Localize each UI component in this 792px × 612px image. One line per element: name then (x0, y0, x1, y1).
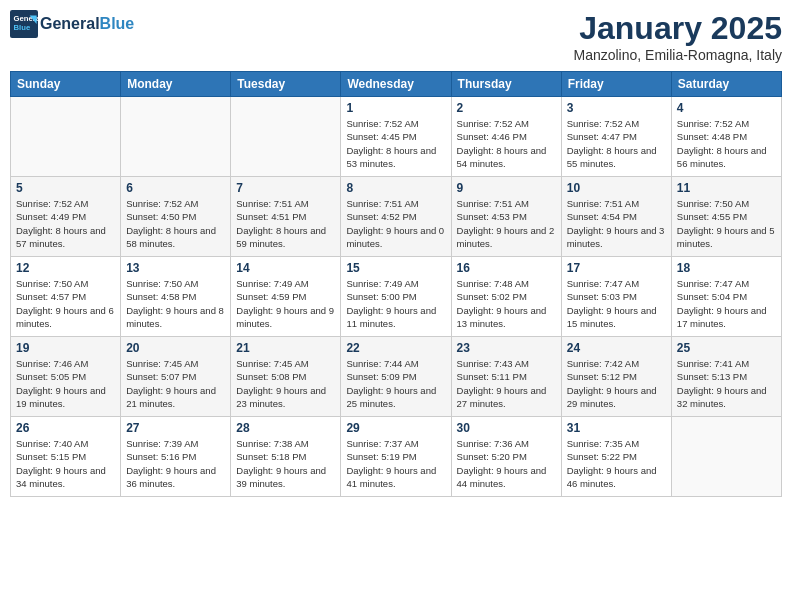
day-info: Sunrise: 7:51 AM Sunset: 4:51 PM Dayligh… (236, 197, 335, 250)
logo-text: GeneralBlue (40, 15, 134, 33)
day-number: 8 (346, 181, 445, 195)
calendar-cell: 15Sunrise: 7:49 AM Sunset: 5:00 PM Dayli… (341, 257, 451, 337)
day-info: Sunrise: 7:52 AM Sunset: 4:50 PM Dayligh… (126, 197, 225, 250)
calendar-cell: 12Sunrise: 7:50 AM Sunset: 4:57 PM Dayli… (11, 257, 121, 337)
day-info: Sunrise: 7:40 AM Sunset: 5:15 PM Dayligh… (16, 437, 115, 490)
day-number: 18 (677, 261, 776, 275)
calendar-cell: 16Sunrise: 7:48 AM Sunset: 5:02 PM Dayli… (451, 257, 561, 337)
day-number: 2 (457, 101, 556, 115)
day-number: 5 (16, 181, 115, 195)
day-number: 17 (567, 261, 666, 275)
day-number: 30 (457, 421, 556, 435)
calendar-cell: 24Sunrise: 7:42 AM Sunset: 5:12 PM Dayli… (561, 337, 671, 417)
calendar-cell: 2Sunrise: 7:52 AM Sunset: 4:46 PM Daylig… (451, 97, 561, 177)
calendar-cell: 22Sunrise: 7:44 AM Sunset: 5:09 PM Dayli… (341, 337, 451, 417)
day-info: Sunrise: 7:47 AM Sunset: 5:04 PM Dayligh… (677, 277, 776, 330)
week-row: 19Sunrise: 7:46 AM Sunset: 5:05 PM Dayli… (11, 337, 782, 417)
calendar-cell: 6Sunrise: 7:52 AM Sunset: 4:50 PM Daylig… (121, 177, 231, 257)
week-row: 5Sunrise: 7:52 AM Sunset: 4:49 PM Daylig… (11, 177, 782, 257)
day-info: Sunrise: 7:35 AM Sunset: 5:22 PM Dayligh… (567, 437, 666, 490)
day-info: Sunrise: 7:37 AM Sunset: 5:19 PM Dayligh… (346, 437, 445, 490)
calendar-cell: 9Sunrise: 7:51 AM Sunset: 4:53 PM Daylig… (451, 177, 561, 257)
day-info: Sunrise: 7:52 AM Sunset: 4:47 PM Dayligh… (567, 117, 666, 170)
calendar-cell: 17Sunrise: 7:47 AM Sunset: 5:03 PM Dayli… (561, 257, 671, 337)
day-info: Sunrise: 7:44 AM Sunset: 5:09 PM Dayligh… (346, 357, 445, 410)
weekday-header: Monday (121, 72, 231, 97)
calendar-cell: 14Sunrise: 7:49 AM Sunset: 4:59 PM Dayli… (231, 257, 341, 337)
day-info: Sunrise: 7:49 AM Sunset: 4:59 PM Dayligh… (236, 277, 335, 330)
day-info: Sunrise: 7:49 AM Sunset: 5:00 PM Dayligh… (346, 277, 445, 330)
day-info: Sunrise: 7:46 AM Sunset: 5:05 PM Dayligh… (16, 357, 115, 410)
calendar-cell: 3Sunrise: 7:52 AM Sunset: 4:47 PM Daylig… (561, 97, 671, 177)
day-info: Sunrise: 7:52 AM Sunset: 4:49 PM Dayligh… (16, 197, 115, 250)
day-info: Sunrise: 7:38 AM Sunset: 5:18 PM Dayligh… (236, 437, 335, 490)
day-info: Sunrise: 7:51 AM Sunset: 4:52 PM Dayligh… (346, 197, 445, 250)
weekday-header: Friday (561, 72, 671, 97)
week-row: 12Sunrise: 7:50 AM Sunset: 4:57 PM Dayli… (11, 257, 782, 337)
weekday-header-row: SundayMondayTuesdayWednesdayThursdayFrid… (11, 72, 782, 97)
day-info: Sunrise: 7:51 AM Sunset: 4:53 PM Dayligh… (457, 197, 556, 250)
day-number: 1 (346, 101, 445, 115)
svg-text:Blue: Blue (14, 23, 31, 32)
calendar-cell: 20Sunrise: 7:45 AM Sunset: 5:07 PM Dayli… (121, 337, 231, 417)
day-info: Sunrise: 7:50 AM Sunset: 4:55 PM Dayligh… (677, 197, 776, 250)
day-info: Sunrise: 7:48 AM Sunset: 5:02 PM Dayligh… (457, 277, 556, 330)
calendar-cell: 7Sunrise: 7:51 AM Sunset: 4:51 PM Daylig… (231, 177, 341, 257)
day-number: 13 (126, 261, 225, 275)
day-info: Sunrise: 7:45 AM Sunset: 5:07 PM Dayligh… (126, 357, 225, 410)
weekday-header: Sunday (11, 72, 121, 97)
day-number: 14 (236, 261, 335, 275)
day-number: 31 (567, 421, 666, 435)
calendar-cell: 23Sunrise: 7:43 AM Sunset: 5:11 PM Dayli… (451, 337, 561, 417)
day-number: 3 (567, 101, 666, 115)
logo-icon: General Blue (10, 10, 38, 38)
calendar-cell (11, 97, 121, 177)
day-info: Sunrise: 7:51 AM Sunset: 4:54 PM Dayligh… (567, 197, 666, 250)
day-info: Sunrise: 7:52 AM Sunset: 4:46 PM Dayligh… (457, 117, 556, 170)
calendar-cell: 8Sunrise: 7:51 AM Sunset: 4:52 PM Daylig… (341, 177, 451, 257)
weekday-header: Thursday (451, 72, 561, 97)
day-number: 23 (457, 341, 556, 355)
day-number: 20 (126, 341, 225, 355)
day-number: 15 (346, 261, 445, 275)
calendar-cell (121, 97, 231, 177)
month-title: January 2025 (573, 10, 782, 47)
day-info: Sunrise: 7:43 AM Sunset: 5:11 PM Dayligh… (457, 357, 556, 410)
day-number: 29 (346, 421, 445, 435)
day-number: 6 (126, 181, 225, 195)
calendar-cell: 10Sunrise: 7:51 AM Sunset: 4:54 PM Dayli… (561, 177, 671, 257)
day-number: 9 (457, 181, 556, 195)
day-number: 27 (126, 421, 225, 435)
weekday-header: Tuesday (231, 72, 341, 97)
weekday-header: Wednesday (341, 72, 451, 97)
location: Manzolino, Emilia-Romagna, Italy (573, 47, 782, 63)
calendar-cell: 29Sunrise: 7:37 AM Sunset: 5:19 PM Dayli… (341, 417, 451, 497)
title-area: January 2025 Manzolino, Emilia-Romagna, … (573, 10, 782, 63)
day-number: 24 (567, 341, 666, 355)
calendar-cell: 13Sunrise: 7:50 AM Sunset: 4:58 PM Dayli… (121, 257, 231, 337)
day-info: Sunrise: 7:52 AM Sunset: 4:48 PM Dayligh… (677, 117, 776, 170)
day-info: Sunrise: 7:42 AM Sunset: 5:12 PM Dayligh… (567, 357, 666, 410)
day-info: Sunrise: 7:45 AM Sunset: 5:08 PM Dayligh… (236, 357, 335, 410)
calendar-cell: 27Sunrise: 7:39 AM Sunset: 5:16 PM Dayli… (121, 417, 231, 497)
day-info: Sunrise: 7:39 AM Sunset: 5:16 PM Dayligh… (126, 437, 225, 490)
day-number: 7 (236, 181, 335, 195)
day-number: 26 (16, 421, 115, 435)
calendar-cell: 26Sunrise: 7:40 AM Sunset: 5:15 PM Dayli… (11, 417, 121, 497)
calendar-cell: 31Sunrise: 7:35 AM Sunset: 5:22 PM Dayli… (561, 417, 671, 497)
weekday-header: Saturday (671, 72, 781, 97)
day-number: 4 (677, 101, 776, 115)
calendar-cell: 5Sunrise: 7:52 AM Sunset: 4:49 PM Daylig… (11, 177, 121, 257)
calendar: SundayMondayTuesdayWednesdayThursdayFrid… (10, 71, 782, 497)
week-row: 1Sunrise: 7:52 AM Sunset: 4:45 PM Daylig… (11, 97, 782, 177)
header: General Blue GeneralBlue January 2025 Ma… (10, 10, 782, 63)
day-number: 19 (16, 341, 115, 355)
day-number: 10 (567, 181, 666, 195)
calendar-cell: 28Sunrise: 7:38 AM Sunset: 5:18 PM Dayli… (231, 417, 341, 497)
calendar-cell: 19Sunrise: 7:46 AM Sunset: 5:05 PM Dayli… (11, 337, 121, 417)
calendar-cell: 25Sunrise: 7:41 AM Sunset: 5:13 PM Dayli… (671, 337, 781, 417)
calendar-cell: 1Sunrise: 7:52 AM Sunset: 4:45 PM Daylig… (341, 97, 451, 177)
day-number: 22 (346, 341, 445, 355)
day-number: 21 (236, 341, 335, 355)
calendar-cell: 11Sunrise: 7:50 AM Sunset: 4:55 PM Dayli… (671, 177, 781, 257)
